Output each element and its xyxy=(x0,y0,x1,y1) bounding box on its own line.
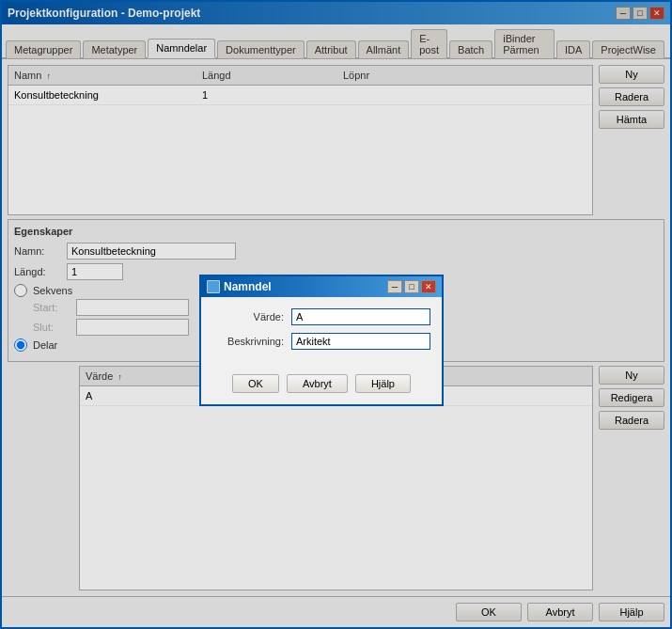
ok-button-main[interactable]: OK xyxy=(456,603,522,621)
modal-controls: ─ □ ✕ xyxy=(387,280,436,293)
main-window: Projektkonfiguration - Demo-projekt ─ □ … xyxy=(0,0,672,629)
top-table-body: Konsultbeteckning 1 xyxy=(8,86,592,214)
tab-ibinder[interactable]: iBinder Pärmen xyxy=(494,29,555,58)
slut-label: Slut: xyxy=(33,322,70,333)
window-title: Projektkonfiguration - Demo-projekt xyxy=(8,7,200,20)
modal-maximize-button[interactable]: □ xyxy=(404,280,419,293)
tab-projectwise[interactable]: ProjectWise xyxy=(592,40,664,58)
redigera-button[interactable]: Redigera xyxy=(599,388,664,407)
title-bar: Projektkonfiguration - Demo-projekt ─ □ … xyxy=(2,2,670,24)
top-section: Namn ↑ Längd Löpnr Konsultbeteckning 1 N… xyxy=(8,65,664,215)
modal-footer: OK Avbryt Hjälp xyxy=(201,369,442,404)
sekvens-radio[interactable] xyxy=(14,284,27,297)
tab-dokumenttyper[interactable]: Dokumenttyper xyxy=(217,40,305,58)
tab-attribut[interactable]: Attribut xyxy=(306,40,356,58)
hjalp-button-main[interactable]: Hjälp xyxy=(599,603,664,621)
tabs-bar: Metagrupper Metatyper Namndelar Dokument… xyxy=(2,24,670,59)
modal-close-button[interactable]: ✕ xyxy=(421,280,436,293)
modal-beskrivning-input[interactable] xyxy=(291,333,430,350)
modal-title-bar: Namndel ─ □ ✕ xyxy=(201,276,442,297)
window-controls: ─ □ ✕ xyxy=(616,7,664,20)
minimize-button[interactable]: ─ xyxy=(616,7,631,20)
modal-varde-row: Värde: xyxy=(212,308,430,325)
namn-input[interactable] xyxy=(67,243,236,259)
top-table-header: Namn ↑ Längd Löpnr xyxy=(8,66,592,86)
col-namn-header[interactable]: Namn ↑ xyxy=(8,68,196,83)
egenskaper-title: Egenskaper xyxy=(14,226,658,237)
ny-button-bottom[interactable]: Ny xyxy=(599,366,664,385)
delar-radio[interactable] xyxy=(14,338,27,352)
modal-title: Namndel xyxy=(224,280,272,293)
tab-allmant[interactable]: Allmänt xyxy=(358,40,410,58)
top-table-panel: Namn ↑ Längd Löpnr Konsultbeteckning 1 xyxy=(8,65,593,215)
cell-namn: Konsultbeteckning xyxy=(8,87,196,102)
hamta-button[interactable]: Hämta xyxy=(599,110,664,129)
bottom-side-buttons: Ny Redigera Radera xyxy=(599,366,664,590)
slut-input[interactable] xyxy=(76,319,189,336)
top-side-buttons: Ny Radera Hämta xyxy=(599,65,664,215)
start-input[interactable] xyxy=(76,299,189,316)
cell-langd: 1 xyxy=(196,87,337,102)
modal-ok-button[interactable]: OK xyxy=(232,374,279,393)
col-lopnr-header[interactable]: Löpnr xyxy=(337,68,592,83)
maximize-button[interactable]: □ xyxy=(633,7,648,20)
col-langd-header[interactable]: Längd xyxy=(196,68,337,83)
tab-batch[interactable]: Batch xyxy=(449,40,492,58)
namn-row: Namn: xyxy=(14,243,658,259)
modal-avbryt-button[interactable]: Avbryt xyxy=(287,374,348,393)
radera-button-top[interactable]: Radera xyxy=(599,87,664,106)
tab-ida[interactable]: IDA xyxy=(556,40,590,58)
tab-metatyper[interactable]: Metatyper xyxy=(83,40,146,58)
modal-beskrivning-label: Beskrivning: xyxy=(212,336,284,347)
modal-varde-input[interactable] xyxy=(291,308,430,325)
tab-metagrupper[interactable]: Metagrupper xyxy=(6,40,81,58)
footer: OK Avbryt Hjälp xyxy=(2,596,670,627)
modal-window: Namndel ─ □ ✕ Värde: Beskrivning: xyxy=(199,275,444,406)
tab-namndelar[interactable]: Namndelar xyxy=(148,39,215,58)
ny-button-top[interactable]: Ny xyxy=(599,65,664,84)
modal-body: Värde: Beskrivning: xyxy=(201,297,442,369)
langd-input[interactable] xyxy=(67,263,123,280)
delar-label: Delar xyxy=(33,339,57,351)
modal-varde-label: Värde: xyxy=(212,311,284,322)
namn-label: Namn: xyxy=(14,245,61,257)
avbryt-button-main[interactable]: Avbryt xyxy=(527,603,593,621)
radera-button-bottom[interactable]: Radera xyxy=(599,411,664,430)
tab-epost[interactable]: E-post xyxy=(411,29,447,58)
langd-label: Längd: xyxy=(14,266,61,277)
table-row[interactable]: Konsultbeteckning 1 xyxy=(8,86,592,105)
sekvens-label: Sekvens xyxy=(33,285,72,296)
start-label: Start: xyxy=(33,302,70,313)
bottom-table-body: A xyxy=(80,386,592,590)
cell-lopnr xyxy=(337,87,592,102)
modal-minimize-button[interactable]: ─ xyxy=(387,280,402,293)
modal-beskrivning-row: Beskrivning: xyxy=(212,333,430,350)
modal-hjalp-button[interactable]: Hjälp xyxy=(355,374,411,393)
close-button[interactable]: ✕ xyxy=(649,7,664,20)
